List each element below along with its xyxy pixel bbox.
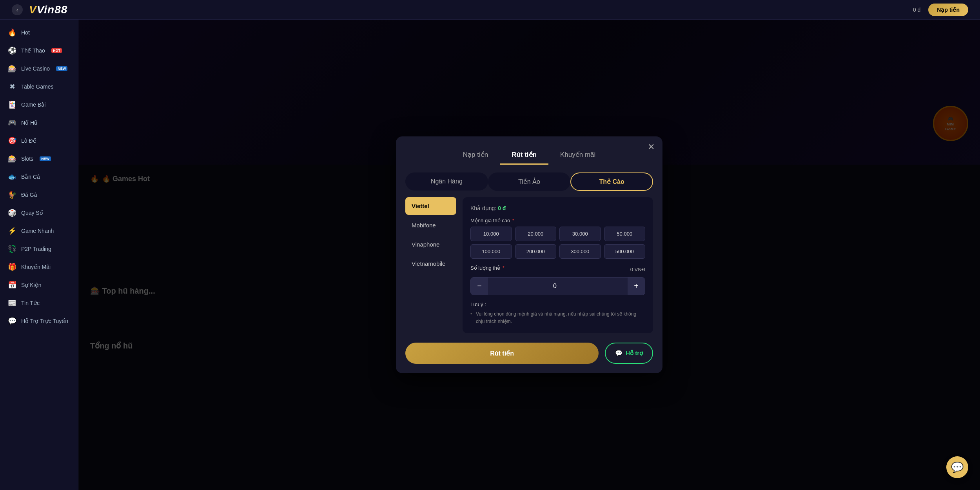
modal-footer: Rút tiền 💬 Hỗ trợ xyxy=(396,343,662,373)
sidebar-item-quayso[interactable]: 🎲 Quay Số xyxy=(0,204,78,222)
sidebar: 🔥 Hot ⚽ Thể Thao HOT 🎰 Live Casino NÉW ✖… xyxy=(0,20,78,490)
tab-khuyenmai[interactable]: Khuyến mãi xyxy=(548,146,607,165)
topbar-right: 0 đ Nạp tiền xyxy=(913,4,968,16)
denom-200000[interactable]: 200.000 xyxy=(515,244,557,259)
tintuc-icon: 📰 xyxy=(8,299,16,307)
chat-icon: 💬 xyxy=(951,461,964,474)
hotro-icon: 💬 xyxy=(615,350,622,357)
slots-icon: 🎰 xyxy=(8,154,16,163)
note-title: Lưu ý : xyxy=(470,301,645,307)
ruttien-submit-button[interactable]: Rút tiền xyxy=(405,343,599,364)
logo-text: Vin88 xyxy=(37,4,68,16)
sidebar-item-khuyenmai[interactable]: 🎁 Khuyến Mãi xyxy=(0,258,78,276)
livecasino-icon: 🎰 xyxy=(8,64,16,73)
banca-icon: 🐟 xyxy=(8,172,16,181)
network-vinaphone[interactable]: Vinaphone xyxy=(405,236,456,253)
network-viettel[interactable]: Viettel xyxy=(405,197,456,215)
quayso-icon: 🎲 xyxy=(8,209,16,217)
gamebai-icon: 🃏 xyxy=(8,100,16,109)
tab-naptien[interactable]: Nạp tiền xyxy=(451,146,500,165)
modal-overlay: Nạp tiền Rút tiền Khuyến mãi ✕ Ngân Hàng… xyxy=(78,20,980,490)
p2p-icon: 💱 xyxy=(8,245,16,253)
thethao-icon: ⚽ xyxy=(8,46,16,55)
qty-input[interactable] xyxy=(488,283,628,290)
sukien-icon: 📅 xyxy=(8,281,16,289)
note-section: Lưu ý : Vui lòng chọn đúng mệnh giá và n… xyxy=(470,301,645,325)
modal-dialog: Nạp tiền Rút tiền Khuyến mãi ✕ Ngân Hàng… xyxy=(396,136,662,373)
modal-header: Nạp tiền Rút tiền Khuyến mãi ✕ xyxy=(396,136,662,165)
qty-plus-button[interactable]: + xyxy=(628,278,645,295)
balance-display: 0 đ xyxy=(913,7,920,13)
nohu-icon: 🎮 xyxy=(8,118,16,127)
main-area: 🔥 🔥 Games Hot 🎰 Top hũ hàng... Tổng nổ h… xyxy=(78,20,980,490)
sidebar-item-lode[interactable]: 🎯 Lô Đề xyxy=(0,132,78,150)
topbar: ‹ VVin88 0 đ Nạp tiền xyxy=(0,0,980,20)
sidebar-item-sukien[interactable]: 📅 Sự Kiện xyxy=(0,276,78,294)
hot-badge: HOT xyxy=(51,48,62,53)
denom-50000[interactable]: 50.000 xyxy=(604,227,646,241)
denom-300000[interactable]: 300.000 xyxy=(559,244,601,259)
qty-minus-button[interactable]: − xyxy=(471,278,488,295)
tab-ruttien[interactable]: Rút tiền xyxy=(500,146,548,165)
hotro-button[interactable]: 💬 Hỗ trợ xyxy=(605,343,653,364)
balance-amount: 0 đ xyxy=(498,205,506,211)
denom-30000[interactable]: 30.000 xyxy=(559,227,601,241)
new-badge-slots: NÉW xyxy=(40,156,51,161)
sidebar-item-tablegames[interactable]: ✖ Table Games xyxy=(0,78,78,96)
denom-required: * xyxy=(512,218,514,223)
sidebar-item-daga[interactable]: 🐓 Đá Gà xyxy=(0,186,78,204)
network-mobifone[interactable]: Mobifone xyxy=(405,216,456,234)
daga-icon: 🐓 xyxy=(8,191,16,199)
qty-input-row: − + xyxy=(470,277,645,295)
network-list: Viettel Mobifone Vinaphone Vietnamobile xyxy=(405,197,456,333)
hot-icon: 🔥 xyxy=(8,28,16,37)
brand-logo: VVin88 xyxy=(29,4,67,16)
gamenhanh-icon: ⚡ xyxy=(8,227,16,235)
tablegames-icon: ✖ xyxy=(8,82,16,91)
sidebar-item-hotro[interactable]: 💬 Hỗ Trợ Trực Tuyến xyxy=(0,312,78,330)
hotro-icon: 💬 xyxy=(8,317,16,325)
sidebar-item-gamebai[interactable]: 🃏 Game Bài xyxy=(0,96,78,114)
note-item-0: Vui lòng chọn đúng mệnh giá và nhà mạng,… xyxy=(470,310,645,325)
modal-body: Viettel Mobifone Vinaphone Vietnamobile … xyxy=(396,197,662,343)
sidebar-item-banca[interactable]: 🐟 Bắn Cá xyxy=(0,168,78,186)
subtab-thecao[interactable]: Thẻ Cào xyxy=(570,172,653,191)
khuyenmai-icon: 🎁 xyxy=(8,263,16,271)
sidebar-item-livecasino[interactable]: 🎰 Live Casino NÉW xyxy=(0,60,78,78)
sidebar-item-thethao[interactable]: ⚽ Thể Thao HOT xyxy=(0,42,78,60)
denom-label: Mệnh giá thẻ cào * xyxy=(470,218,645,223)
qty-label: Số lượng thẻ * xyxy=(470,265,505,271)
naptien-button[interactable]: Nạp tiền xyxy=(928,4,968,16)
lode-icon: 🎯 xyxy=(8,136,16,145)
form-area: Khả dụng: 0 đ Mệnh giá thẻ cào * 10.000 … xyxy=(463,197,653,333)
subtab-nganhang[interactable]: Ngân Hàng xyxy=(405,172,488,191)
subtab-tienao[interactable]: Tiền Ảo xyxy=(488,172,571,191)
sidebar-item-tintuc[interactable]: 📰 Tin Tức xyxy=(0,294,78,312)
new-badge: NÉW xyxy=(56,66,67,71)
sidebar-item-hot[interactable]: 🔥 Hot xyxy=(0,24,78,42)
back-button[interactable]: ‹ xyxy=(12,4,23,15)
denom-grid: 10.000 20.000 30.000 50.000 100.000 200.… xyxy=(470,227,645,259)
sidebar-item-slots[interactable]: 🎰 Slots NÉW xyxy=(0,150,78,168)
sidebar-item-p2p[interactable]: 💱 P2P Trading xyxy=(0,240,78,258)
subtab-row: Ngân Hàng Tiền Ảo Thẻ Cào xyxy=(396,165,662,197)
denom-10000[interactable]: 10.000 xyxy=(470,227,512,241)
sidebar-item-gamenhanh[interactable]: ⚡ Game Nhanh xyxy=(0,222,78,240)
sidebar-item-nohu[interactable]: 🎮 Nổ Hũ xyxy=(0,114,78,132)
quantity-row: Số lượng thẻ * 0 VNĐ xyxy=(470,265,645,274)
qty-vnd: 0 VNĐ xyxy=(630,267,645,272)
qty-required: * xyxy=(503,265,505,271)
network-vietnamobile[interactable]: Vietnamobile xyxy=(405,255,456,272)
chat-fab[interactable]: 💬 xyxy=(946,456,968,478)
balance-row: Khả dụng: 0 đ xyxy=(470,205,645,211)
denom-100000[interactable]: 100.000 xyxy=(470,244,512,259)
denom-500000[interactable]: 500.000 xyxy=(604,244,646,259)
modal-close-button[interactable]: ✕ xyxy=(648,143,655,151)
denom-20000[interactable]: 20.000 xyxy=(515,227,557,241)
